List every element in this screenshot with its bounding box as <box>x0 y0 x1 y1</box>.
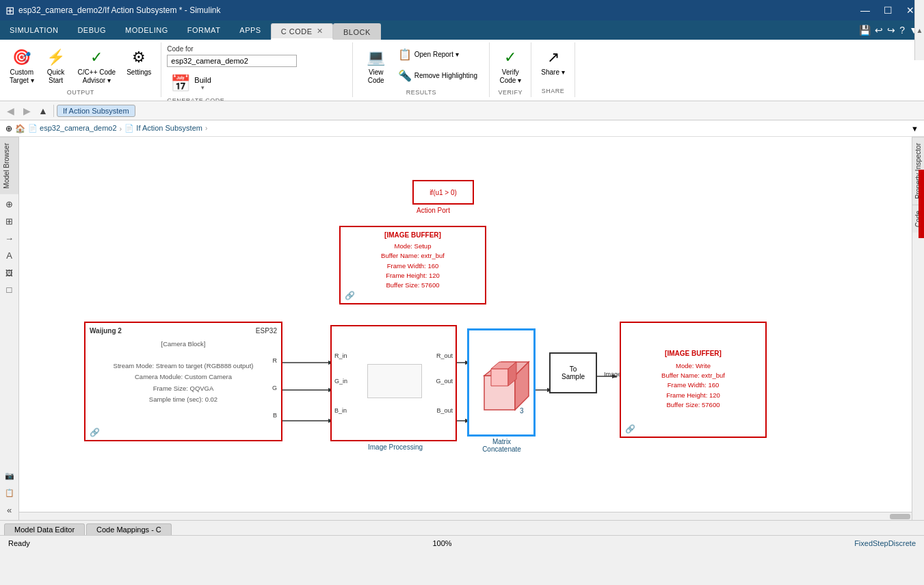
ribbon-quick-start[interactable]: ⚡ QuickStart <box>41 45 71 88</box>
toolbar-sep-1 <box>53 105 54 117</box>
image-processing-block[interactable]: R_in G_in B_in R_out G_out B_out <box>330 325 457 441</box>
arrow-tool-btn[interactable]: → <box>2 231 17 246</box>
ribbon-group-results: 💻 ViewCode 📋 Open Report ▾ 🔦 Remove High… <box>353 42 490 97</box>
verify-icon: ✓ <box>501 48 520 67</box>
forward-button[interactable]: ▶ <box>19 103 34 118</box>
img-buf-setup-title: [IMAGE BUFFER] <box>384 231 441 239</box>
img-proc-gin-port: G_in <box>334 378 347 385</box>
view-code-label: ViewCode <box>368 68 384 85</box>
view-code-icon: 💻 <box>367 48 386 67</box>
camera-r-port: R <box>273 357 278 364</box>
img-buf-write-link-icon: 🔗 <box>625 424 635 434</box>
ribbon-settings[interactable]: ⚙ Settings <box>122 45 155 79</box>
breadcrumb-home-icon[interactable]: 🏠 <box>15 124 25 133</box>
img-proc-inner <box>367 364 422 398</box>
ribbon-custom-target[interactable]: 🎯 CustomTarget ▾ <box>5 45 38 88</box>
code-mappings-tab[interactable]: Code Mappings - C <box>86 523 172 535</box>
breadcrumb-model[interactable]: 📄 esp32_camera_demo2 <box>28 124 117 133</box>
text-tool-btn[interactable]: A <box>2 248 17 263</box>
matrix-concat-block[interactable]: 3 <box>467 328 536 437</box>
img-buf-setup-line2: Buffer Name: extr_buf <box>381 251 445 261</box>
ribbon-group-share: ↗ Share ▾ SHARE <box>531 42 575 97</box>
ribbon-verify-code[interactable]: ✓ VerifyCode ▾ <box>495 45 525 88</box>
menu-block[interactable]: BLOCK <box>333 23 381 40</box>
undo-icon[interactable]: ↩ <box>875 25 883 36</box>
results-label: RESULTS <box>406 89 436 96</box>
img-buf-write-line4: Frame Height: 120 <box>661 391 725 400</box>
custom-target-icon: 🎯 <box>12 48 31 67</box>
img-buf-setup-link-icon: 🔗 <box>345 291 355 300</box>
hscroll-thumb[interactable] <box>890 514 910 519</box>
img-buf-write-info: Mode: Write Buffer Name: extr_buf Frame … <box>661 361 725 410</box>
menu-modeling[interactable]: MODELING <box>116 21 178 40</box>
canvas-hscrollbar[interactable] <box>19 512 912 520</box>
zoom-fit-btn[interactable]: ⊞ <box>2 214 17 229</box>
code-for-label: Code for <box>167 45 297 53</box>
ribbon-share[interactable]: ↗ Share ▾ <box>537 45 568 79</box>
right-panel: Property Inspector Code <box>912 137 924 520</box>
ribbon-open-report[interactable]: 📋 Open Report ▾ <box>394 45 481 64</box>
menu-ccode[interactable]: C CODE ✕ <box>271 23 333 40</box>
code-for-input[interactable] <box>167 55 297 67</box>
breadcrumb-subsystem[interactable]: 📄 If Action Subsystem <box>124 124 202 133</box>
toolbar: ◀ ▶ ▲ If Action Subsystem <box>0 101 924 120</box>
save-icon[interactable]: 💾 <box>859 25 871 36</box>
minimize-button[interactable]: — <box>856 3 874 17</box>
model-browser-tab[interactable]: Model Browser <box>0 137 18 194</box>
ribbon-view-code[interactable]: 💻 ViewCode <box>361 45 391 88</box>
canvas: if(u1 > 0) Action Port [IMAGE BUFFER] Mo… <box>19 137 912 520</box>
list-btn[interactable]: 📋 <box>2 485 17 500</box>
breadcrumb-arrow: › <box>205 125 207 132</box>
camera-block[interactable]: Waijung 2 ESP32 [Camera Block] Stream Mo… <box>84 322 282 441</box>
ccode-tab-close[interactable]: ✕ <box>317 27 324 36</box>
breadcrumb-dropdown[interactable]: ▼ <box>911 125 919 133</box>
img-proc-bin-port: B_in <box>334 407 347 414</box>
if-action-subsystem-tab[interactable]: If Action Subsystem <box>57 105 135 117</box>
ribbon-output-content: 🎯 CustomTarget ▾ ⚡ QuickStart ✓ C/C++ Co… <box>5 45 155 88</box>
img-buf-setup-line1: Mode: Setup <box>381 242 445 251</box>
image-buffer-setup-block[interactable]: [IMAGE BUFFER] Mode: Setup Buffer Name: … <box>339 226 486 304</box>
zoom-add-btn[interactable]: ⊕ <box>2 197 17 212</box>
to-sample-label: ToSample <box>562 365 585 380</box>
model-data-editor-tab[interactable]: Model Data Editor <box>4 523 85 535</box>
red-side-tab[interactable] <box>919 170 924 238</box>
to-sample-block[interactable]: ToSample <box>549 352 597 393</box>
screenshot-btn[interactable]: 📷 <box>2 468 17 483</box>
menu-simulation[interactable]: SIMULATION <box>0 21 68 40</box>
camera-line4: Frame Size: QQVGA <box>90 383 277 394</box>
img-buf-setup-line3: Frame Width: 160 <box>381 261 445 271</box>
back-button[interactable]: ◀ <box>3 103 18 118</box>
help-icon[interactable]: ? <box>899 25 905 36</box>
ribbon-group-generate: Code for 📅 Build ▾ GENERATE CODE <box>161 42 353 97</box>
status-zoom: 100% <box>432 539 451 547</box>
quick-start-icon: ⚡ <box>47 48 66 67</box>
shape-tool-btn[interactable]: □ <box>2 283 17 298</box>
img-buf-write-line5: Buffer Size: 57600 <box>661 400 725 410</box>
ribbon-remove-highlighting[interactable]: 🔦 Remove Highlighting <box>394 66 481 85</box>
settings-icon: ⚙ <box>129 48 148 67</box>
collapse-btn[interactable]: « <box>2 502 17 517</box>
image-buffer-write-block[interactable]: [IMAGE BUFFER] Mode: Write Buffer Name: … <box>620 322 767 438</box>
ribbon-cpp-advisor[interactable]: ✓ C/C++ CodeAdvisor ▾ <box>74 45 120 88</box>
build-dropdown: ▾ <box>194 84 211 91</box>
menu-apps[interactable]: APPS <box>230 21 270 40</box>
menu-format[interactable]: FORMAT <box>178 21 230 40</box>
action-port-block[interactable]: if(u1 > 0) <box>412 180 474 205</box>
breadcrumb: ⊕ 🏠 📄 esp32_camera_demo2 › 📄 If Action S… <box>0 120 924 137</box>
action-port-sublabel: Action Port <box>417 207 450 214</box>
ribbon-collapse-btn[interactable]: ▲ <box>914 40 924 60</box>
up-button[interactable]: ▲ <box>36 103 51 118</box>
svg-text:3: 3 <box>520 407 524 415</box>
quick-start-label: QuickStart <box>47 68 65 85</box>
camera-block-info: [Camera Block] Stream Mode: Stream to ta… <box>90 339 277 405</box>
image-tool-btn[interactable]: 🖼 <box>2 265 17 281</box>
breadcrumb-expand-icon[interactable]: ⊕ <box>5 124 12 133</box>
breadcrumb-sub-icon: 📄 <box>124 124 134 132</box>
titlebar-controls: — ☐ ✕ <box>856 3 919 17</box>
camera-line1: [Camera Block] <box>90 339 277 350</box>
build-label: Build <box>194 76 211 84</box>
menu-debug[interactable]: DEBUG <box>68 21 116 40</box>
redo-icon[interactable]: ↪ <box>887 25 895 36</box>
ribbon-build[interactable]: 📅 Build ▾ <box>167 71 215 96</box>
maximize-button[interactable]: ☐ <box>880 3 897 17</box>
